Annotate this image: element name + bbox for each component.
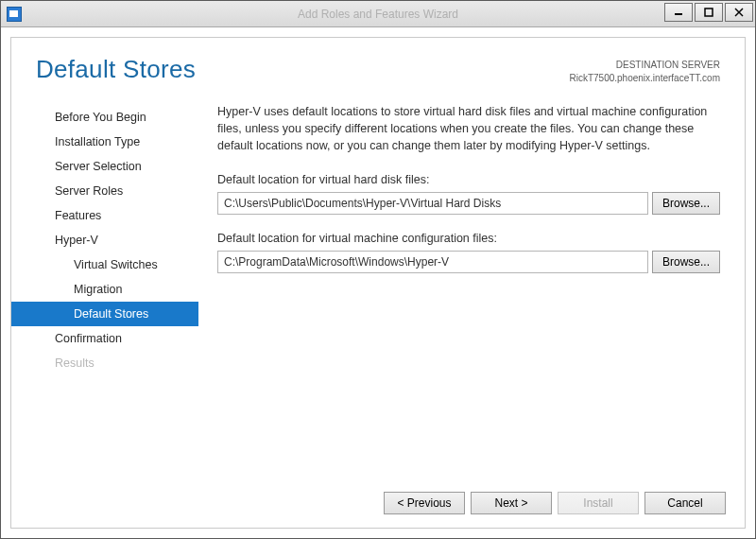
wizard-nav: Before You BeginInstallation TypeServer … <box>11 97 198 482</box>
vmcfg-location-label: Default location for virtual machine con… <box>217 232 720 245</box>
minimize-icon <box>674 8 683 17</box>
nav-item-features[interactable]: Features <box>11 203 198 228</box>
vhd-path-row: Browse... <box>217 192 720 215</box>
maximize-button[interactable] <box>695 3 723 22</box>
vhd-location-label: Default location for virtual hard disk f… <box>217 173 720 186</box>
close-icon <box>734 8 744 17</box>
nav-item-installation-type[interactable]: Installation Type <box>11 130 198 154</box>
destination-label: DESTINATION SERVER <box>569 59 720 72</box>
titlebar: Add Roles and Features Wizard <box>1 1 755 27</box>
body-row: Before You BeginInstallation TypeServer … <box>11 88 745 482</box>
nav-item-server-roles[interactable]: Server Roles <box>11 179 198 203</box>
maximize-icon <box>704 8 713 17</box>
install-button: Install <box>558 492 639 514</box>
previous-button[interactable]: < Previous <box>384 492 465 514</box>
nav-item-server-selection[interactable]: Server Selection <box>11 154 198 179</box>
destination-block: DESTINATION SERVER RickT7500.phoenix.int… <box>569 55 720 84</box>
wizard-window: Add Roles and Features Wizard Default St… <box>0 0 756 539</box>
close-button[interactable] <box>725 3 753 22</box>
nav-item-confirmation[interactable]: Confirmation <box>11 326 198 351</box>
intro-text: Hyper-V uses default locations to store … <box>217 103 720 154</box>
nav-item-default-stores[interactable]: Default Stores <box>11 302 198 326</box>
svg-rect-1 <box>705 9 713 16</box>
nav-item-virtual-switches[interactable]: Virtual Switches <box>11 252 198 277</box>
nav-item-before-you-begin[interactable]: Before You Begin <box>11 105 198 130</box>
nav-item-migration[interactable]: Migration <box>11 277 198 302</box>
app-icon <box>7 7 22 22</box>
vmcfg-path-row: Browse... <box>217 251 720 273</box>
content-outer: Default Stores DESTINATION SERVER RickT7… <box>1 27 755 538</box>
page-title: Default Stores <box>36 55 196 84</box>
next-button[interactable]: Next > <box>471 492 552 514</box>
wizard-footer: < Previous Next > Install Cancel <box>11 482 745 528</box>
minimize-button[interactable] <box>664 3 693 22</box>
content-card: Default Stores DESTINATION SERVER RickT7… <box>10 37 746 529</box>
nav-item-hyper-v[interactable]: Hyper-V <box>11 228 198 252</box>
nav-item-results: Results <box>11 351 198 375</box>
cancel-button[interactable]: Cancel <box>644 492 726 514</box>
window-controls <box>664 1 755 26</box>
vhd-path-input[interactable] <box>217 192 648 215</box>
vhd-browse-button[interactable]: Browse... <box>652 192 720 215</box>
main-panel: Hyper-V uses default locations to store … <box>198 97 745 482</box>
destination-server: RickT7500.phoenix.interfaceTT.com <box>569 72 720 85</box>
window-title: Add Roles and Features Wizard <box>1 8 755 21</box>
header-row: Default Stores DESTINATION SERVER RickT7… <box>11 38 745 88</box>
vmcfg-path-input[interactable] <box>217 251 648 273</box>
vmcfg-browse-button[interactable]: Browse... <box>652 251 720 273</box>
